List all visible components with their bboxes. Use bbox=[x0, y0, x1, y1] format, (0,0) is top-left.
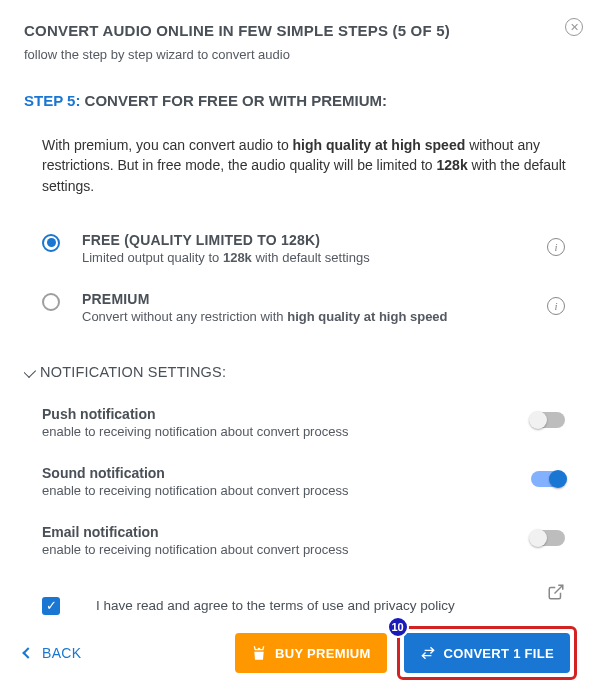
email-notification-subtitle: enable to receiving notification about c… bbox=[42, 542, 531, 557]
swap-icon bbox=[420, 645, 436, 661]
plan-free-title: FREE (QUALITY LIMITED TO 128K) bbox=[82, 232, 547, 248]
close-icon[interactable]: ✕ bbox=[565, 18, 583, 36]
info-icon[interactable]: i bbox=[547, 238, 565, 256]
back-button-label: BACK bbox=[42, 645, 81, 661]
plan-premium-body: PREMIUM Convert without any restriction … bbox=[82, 291, 547, 324]
notification-section-header[interactable]: NOTIFICATION SETTINGS: bbox=[24, 364, 569, 380]
terms-checkbox[interactable]: ✓ bbox=[42, 597, 60, 615]
push-notification-subtitle: enable to receiving notification about c… bbox=[42, 424, 531, 439]
footer-bar: BACK BUY PREMIUM 10 CONVERT 1 FILE bbox=[24, 626, 577, 680]
convert-button[interactable]: CONVERT 1 FILE bbox=[404, 633, 570, 673]
modal-subtitle: follow the step by step wizard to conver… bbox=[24, 47, 577, 62]
step-title: CONVERT FOR FREE OR WITH PREMIUM: bbox=[85, 92, 388, 109]
back-button[interactable]: BACK bbox=[24, 645, 81, 661]
plan-free-body: FREE (QUALITY LIMITED TO 128K) Limited o… bbox=[82, 232, 547, 265]
info-icon[interactable]: i bbox=[547, 297, 565, 315]
plan-free-row[interactable]: FREE (QUALITY LIMITED TO 128K) Limited o… bbox=[24, 224, 569, 283]
email-notification-title: Email notification bbox=[42, 524, 531, 540]
terms-agree-row: ✓ I have read and agree to the terms of … bbox=[42, 597, 569, 615]
chevron-down-icon bbox=[24, 364, 36, 378]
external-link-icon[interactable] bbox=[547, 583, 565, 601]
chevron-left-icon bbox=[22, 647, 33, 658]
step-badge: 10 bbox=[387, 616, 409, 638]
push-notification-toggle[interactable] bbox=[531, 412, 565, 428]
plan-premium-row[interactable]: PREMIUM Convert without any restriction … bbox=[24, 283, 569, 342]
email-notification-toggle[interactable] bbox=[531, 530, 565, 546]
email-notification-row: Email notification enable to receiving n… bbox=[24, 516, 569, 575]
push-notification-title: Push notification bbox=[42, 406, 531, 422]
content-scroll[interactable]: With premium, you can convert audio to h… bbox=[24, 115, 583, 638]
plan-premium-title: PREMIUM bbox=[82, 291, 547, 307]
step-heading: STEP 5: CONVERT FOR FREE OR WITH PREMIUM… bbox=[24, 92, 577, 109]
sound-notification-title: Sound notification bbox=[42, 465, 531, 481]
radio-unselected-icon[interactable] bbox=[42, 293, 60, 311]
step-number: STEP 5: bbox=[24, 92, 80, 109]
buy-premium-label: BUY PREMIUM bbox=[275, 646, 371, 661]
shopping-bag-icon bbox=[251, 645, 267, 661]
wizard-modal: ✕ CONVERT AUDIO ONLINE IN FEW SIMPLE STE… bbox=[0, 0, 601, 698]
plan-free-subtitle: Limited output quality to 128k with defa… bbox=[82, 250, 547, 265]
sound-notification-toggle[interactable] bbox=[531, 471, 565, 487]
plan-premium-subtitle: Convert without any restriction with hig… bbox=[82, 309, 547, 324]
convert-button-label: CONVERT 1 FILE bbox=[444, 646, 554, 661]
premium-description: With premium, you can convert audio to h… bbox=[42, 135, 569, 196]
svg-line-0 bbox=[555, 585, 563, 593]
notification-section-title: NOTIFICATION SETTINGS: bbox=[40, 364, 226, 380]
sound-notification-row: Sound notification enable to receiving n… bbox=[24, 457, 569, 516]
convert-button-highlight: 10 CONVERT 1 FILE bbox=[397, 626, 577, 680]
sound-notification-subtitle: enable to receiving notification about c… bbox=[42, 483, 531, 498]
push-notification-row: Push notification enable to receiving no… bbox=[24, 398, 569, 457]
buy-premium-button[interactable]: BUY PREMIUM bbox=[235, 633, 387, 673]
modal-title: CONVERT AUDIO ONLINE IN FEW SIMPLE STEPS… bbox=[24, 22, 577, 39]
terms-text: I have read and agree to the terms of us… bbox=[96, 598, 455, 613]
radio-selected-icon[interactable] bbox=[42, 234, 60, 252]
